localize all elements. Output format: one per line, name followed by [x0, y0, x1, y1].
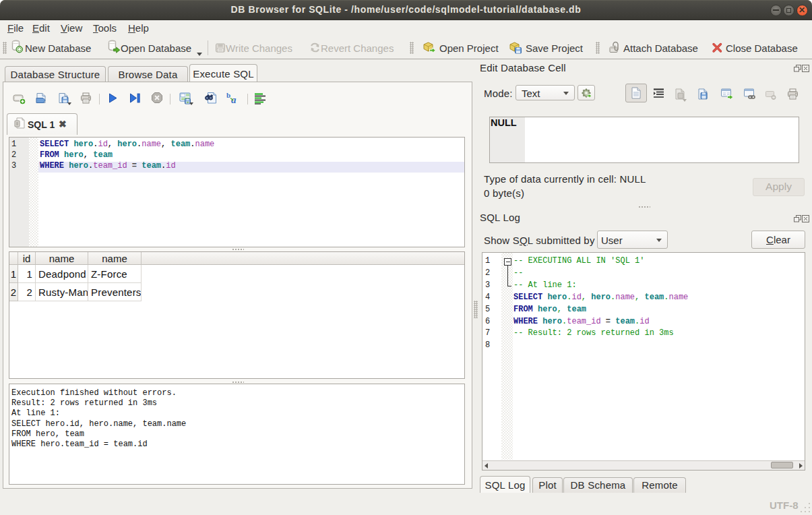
svg-text:b: b — [226, 91, 230, 99]
